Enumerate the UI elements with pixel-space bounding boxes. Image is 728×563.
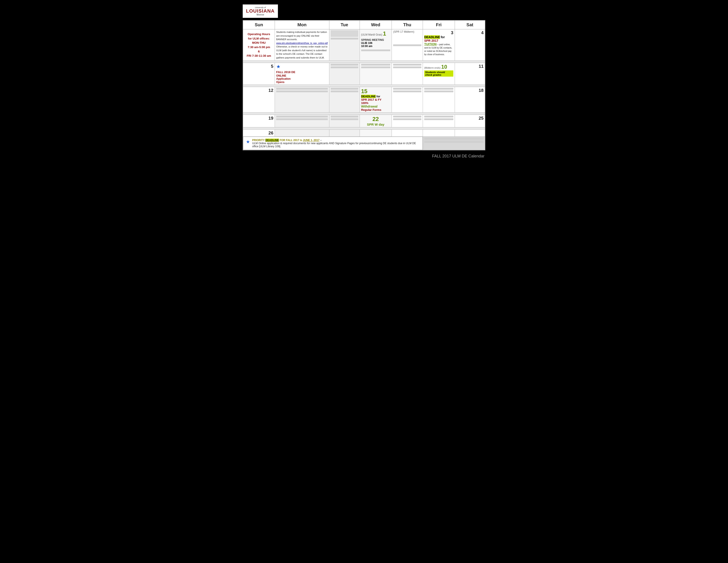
spr-midterm-label: (SPR 17 Midterm) (393, 30, 421, 33)
week5-row: 26 (243, 130, 485, 137)
deadline-15-label: DEADLINE (361, 95, 376, 98)
tuition-label: TUITION (424, 42, 437, 46)
footer-star-icon: ★ (246, 139, 250, 144)
footer-note: ★ PRIORITY DEADLINE FOR FALL 2017 is JUN… (243, 137, 423, 150)
gray-band-cell-3 (243, 113, 485, 115)
week1-sat: 4 (455, 29, 485, 61)
header-mon: Mon (275, 20, 329, 29)
week5-wed (360, 130, 392, 137)
week4-row: 19 22 SPR W day (243, 115, 485, 127)
calendar-header-row: Sun Mon Tue Wed Thu Fri Sat (243, 20, 485, 29)
payment-rest: Otherwise, a check or money order made o… (276, 45, 327, 59)
gray-band-2 (243, 85, 485, 87)
deadline-for: for (441, 35, 445, 39)
week2-sun: 5 (243, 63, 275, 85)
week1-wed: (ULM Mardi Gras) 1 SPRING MEETING ULIB 1… (360, 29, 392, 61)
deadline-15-for: for (376, 95, 380, 98)
bottom-label: FALL 2017 ULM DE Calendar (243, 154, 485, 158)
week2-row: 5 ★ FALL 2018 DE ONLINE Application Open… (243, 63, 485, 85)
week1-sun: Operating Hours for ULM offices: MON-THU… (243, 29, 275, 61)
sat-date-4: 4 (456, 30, 484, 35)
logo: University of LOUISIANA Monroe (243, 4, 278, 18)
footer-priority: PRIORITY (252, 139, 265, 142)
fall-de-label: FALL 2018 DE (276, 70, 328, 74)
week2-sat: 11 (455, 63, 485, 85)
week2-wed (360, 63, 392, 85)
footer-text: PRIORITY DEADLINE FOR FALL 2017 is JUNE … (252, 139, 420, 148)
logo-monroe: Monroe (246, 13, 275, 16)
sat-date-18: 18 (456, 88, 484, 93)
week5-sat (455, 130, 485, 137)
withdrawal-label: Withdrawal (361, 105, 378, 108)
week5-tue (329, 130, 360, 137)
op-line5: & (258, 50, 260, 53)
week3-wed: 15 DEADLINE for SPR 2017 & FY 100% Withd… (360, 87, 392, 113)
gray-band-cell-2 (243, 85, 485, 87)
deadline-label-fri: DEADLINE (424, 35, 440, 39)
sat-date-11: 11 (456, 64, 484, 69)
week4-wed: 22 SPR W day (360, 115, 392, 127)
week3-row: 12 15 DEADLINE for (243, 87, 485, 113)
header-sat: Sat (455, 20, 485, 29)
week3-tue (329, 87, 360, 113)
week3-fri (423, 87, 455, 113)
spring-meeting-location: ULIB 106 (361, 41, 390, 45)
week1-mon: Students making individual payments for … (275, 29, 329, 61)
week5-sun: 26 (243, 130, 275, 137)
sun-date-5: 5 (244, 64, 273, 69)
header-tue: Tue (329, 20, 360, 29)
payment-text: Students making individual payments for … (276, 31, 327, 41)
gray-band-4 (243, 127, 485, 130)
spr-w-day: SPR W day (361, 122, 390, 126)
week2-tue (329, 63, 360, 85)
deadline-box: DEADLINE for SPR 2017 TUITION – paid onl… (424, 35, 453, 56)
week5-fri (423, 130, 455, 137)
regular-forms: Regular Forms (361, 108, 381, 111)
wed-date-22: 22 (372, 116, 379, 122)
sat-date-25: 25 (456, 116, 484, 121)
gray-band-3 (243, 113, 485, 115)
header-sun: Sun (243, 20, 275, 29)
footer-dash: – (320, 139, 322, 142)
gray-band-cell-4 (243, 127, 485, 130)
sun-date-26: 26 (244, 130, 273, 135)
week3-thu (392, 87, 423, 113)
fri-date-10: 10 (441, 64, 447, 70)
week2-mon: ★ FALL 2018 DE ONLINE Application Opens (275, 63, 329, 85)
op-line4: 7:30 am-5:00 pm (248, 45, 270, 49)
sun-date-12: 12 (244, 88, 273, 93)
footer-note-cell: ★ PRIORITY DEADLINE FOR FALL 2017 is JUN… (243, 137, 423, 150)
fall-de-application: Application (276, 77, 328, 80)
footer-deadline-label: DEADLINE (265, 139, 279, 142)
gray-band-1 (243, 61, 485, 63)
operating-hours: Operating Hours for ULM offices: MON-THU… (244, 30, 273, 60)
gray-band-cell-1 (243, 61, 485, 63)
week1-row: Operating Hours for ULM offices: MON-THU… (243, 29, 485, 61)
week2-fri: (Midterm ends) 10 Students should check … (423, 63, 455, 85)
fall-de-opens: Opens (276, 81, 328, 84)
star-blue-icon: ★ (276, 64, 281, 69)
week3-mon (275, 87, 329, 113)
page-container: University of LOUISIANA Monroe Sun Mon T… (243, 4, 485, 158)
header-fri: Fri (423, 20, 455, 29)
spr-2017-fy: SPR 2017 & FY (361, 98, 382, 101)
op-line1: Operating Hours (248, 32, 270, 36)
payment-link[interactable]: www.ulm.edu/dualenrollment/how_to_pay_on… (276, 42, 328, 44)
wed-date-1: 1 (383, 30, 386, 37)
students-check-label: Students should check grades (424, 70, 453, 77)
wed-date-15: 15 (361, 88, 368, 94)
header-thu: Thu (392, 20, 423, 29)
sun-date-19: 19 (244, 116, 273, 121)
footer-right-cell (423, 137, 485, 150)
week2-thu (392, 63, 423, 85)
week4-sat: 25 (455, 115, 485, 127)
fri-date-3: 3 (424, 30, 453, 35)
op-line2: for ULM offices: (248, 37, 270, 40)
week1-fri: 3 DEADLINE for SPR 2017 TUITION – paid o… (423, 29, 455, 61)
footer-row: ★ PRIORITY DEADLINE FOR FALL 2017 is JUN… (243, 137, 485, 150)
deadline-15-block: DEADLINE for SPR 2017 & FY 100% Withdraw… (361, 95, 390, 111)
logo-louisiana: LOUISIANA (246, 9, 275, 13)
calendar-table: Sun Mon Tue Wed Thu Fri Sat Operating Ho… (243, 20, 485, 150)
week3-sat: 18 (455, 87, 485, 113)
mardi-gras-label: (ULM Mardi Gras) (361, 33, 382, 36)
